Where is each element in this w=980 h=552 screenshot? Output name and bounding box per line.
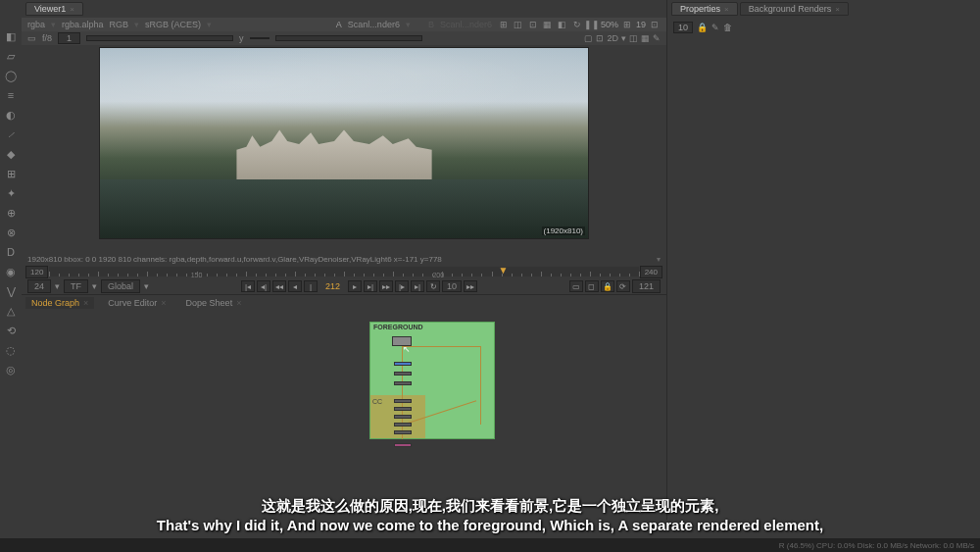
timeline-track[interactable]: 150 200 ▼: [49, 267, 639, 276]
pb-icon-1[interactable]: ▭: [569, 280, 583, 292]
viewer-area[interactable]: (1920x810): [22, 45, 666, 253]
status-bar: R (46.5%) CPU: 0.0% Disk: 0.0 MB/s Netwo…: [0, 538, 980, 552]
last-frame-button[interactable]: ▸|: [411, 280, 424, 292]
tool-5[interactable]: ⟋: [4, 127, 18, 141]
viewer-icon-5[interactable]: ◧: [557, 19, 568, 30]
tab-dope-sheet[interactable]: Dope Sheet×: [180, 297, 248, 309]
tool-2[interactable]: ◯: [4, 69, 18, 82]
input-a-dropdown[interactable]: Scanl...nder6: [348, 20, 400, 29]
next-key-button[interactable]: |▸: [395, 280, 409, 292]
tool-6[interactable]: ◆: [4, 147, 18, 161]
tool-13[interactable]: ⋁: [4, 284, 18, 298]
node-graph[interactable]: FOREGROUND CC ↖: [22, 310, 666, 520]
tool-1[interactable]: ▱: [4, 49, 18, 63]
timeline[interactable]: 120 150 200 ▼ 240: [22, 265, 666, 278]
viewer-icon-3[interactable]: ⊡: [527, 19, 539, 30]
play-back-button[interactable]: ◂◂: [272, 280, 286, 292]
node[interactable]: [394, 430, 412, 434]
tool-11[interactable]: D: [4, 245, 18, 259]
node[interactable]: [394, 362, 412, 366]
tab-nodegraph[interactable]: Node Graph×: [25, 297, 94, 309]
tool-9[interactable]: ⊕: [4, 206, 18, 220]
tab-bg-renders[interactable]: Background Renders×: [740, 2, 849, 16]
gamma-value[interactable]: [250, 37, 270, 39]
proxy-icon[interactable]: ⊡: [596, 33, 604, 43]
close-icon[interactable]: ×: [724, 5, 729, 14]
play-button[interactable]: ▸: [348, 280, 362, 292]
tool-12[interactable]: ◉: [4, 265, 18, 278]
tool-3[interactable]: ≡: [4, 88, 18, 102]
pb-icon-3[interactable]: ⟳: [616, 280, 630, 292]
node[interactable]: [394, 372, 412, 376]
tool-10[interactable]: ⊗: [4, 226, 18, 239]
tf-dropdown[interactable]: TF: [64, 279, 88, 293]
close-icon[interactable]: ×: [835, 5, 840, 14]
tool-17[interactable]: ◎: [4, 363, 18, 376]
props-count[interactable]: 10: [673, 22, 693, 33]
gain-slider[interactable]: [86, 35, 233, 41]
tool-16[interactable]: ◌: [4, 343, 18, 357]
node-output[interactable]: [394, 443, 412, 447]
layer-dropdown[interactable]: rgba.alpha: [62, 20, 104, 29]
current-frame[interactable]: 212: [319, 281, 346, 291]
viewer-icon-4[interactable]: ▦: [542, 19, 554, 30]
pause-icon[interactable]: ❚❚: [586, 19, 598, 30]
loop-button[interactable]: ↻: [426, 280, 440, 292]
step-fwd-button[interactable]: ▸|: [364, 280, 377, 292]
prev-frame-button[interactable]: |: [304, 280, 318, 292]
tab-curve-editor[interactable]: Curve Editor×: [102, 297, 172, 309]
viewer-icon-7[interactable]: ⊞: [621, 19, 633, 30]
tool-7[interactable]: ⊞: [4, 167, 18, 180]
viewer-icon-2[interactable]: ◫: [513, 19, 524, 30]
clip-icon[interactable]: ▭: [27, 33, 36, 43]
viewer-icon-8[interactable]: ⊡: [649, 19, 661, 30]
fps-dropdown[interactable]: 24: [27, 279, 51, 293]
roi-icon[interactable]: ▢: [584, 33, 593, 43]
viewer-canvas: (1920x810): [99, 47, 589, 239]
node[interactable]: [394, 423, 412, 427]
viewer-tab[interactable]: Viewer1 ×: [25, 2, 83, 16]
frame-end2[interactable]: 121: [632, 279, 661, 293]
tool-8[interactable]: ✦: [4, 186, 18, 200]
prev-key-button[interactable]: ◂|: [257, 280, 270, 292]
clear-icon[interactable]: ✎: [711, 23, 719, 32]
node[interactable]: [394, 415, 412, 419]
pb-icon-2[interactable]: ◻: [585, 280, 599, 292]
gamma-slider[interactable]: [275, 35, 422, 41]
channel-dropdown[interactable]: rgba: [27, 20, 45, 29]
fstop-label[interactable]: f/8: [42, 33, 52, 43]
frame-end[interactable]: 240: [640, 266, 662, 278]
zoom-value[interactable]: 50%: [601, 20, 618, 29]
lock-icon[interactable]: 🔒: [697, 23, 708, 32]
frame-start[interactable]: 120: [25, 266, 48, 278]
rgb-dropdown[interactable]: RGB: [110, 20, 129, 29]
node[interactable]: [394, 407, 412, 411]
inc-fwd-button[interactable]: ▸▸: [464, 280, 477, 292]
scope-dropdown[interactable]: Global: [101, 279, 140, 293]
node[interactable]: [394, 399, 412, 403]
viewer-icon-1[interactable]: ⊞: [498, 19, 510, 30]
trash-icon[interactable]: 🗑: [723, 23, 732, 32]
wipe-icon[interactable]: ◫: [629, 33, 638, 43]
first-frame-button[interactable]: |◂: [241, 280, 255, 292]
tab-properties[interactable]: Properties×: [671, 2, 738, 16]
play-fwd-button[interactable]: ▸▸: [379, 280, 393, 292]
close-icon[interactable]: ×: [70, 5, 74, 14]
tool-0[interactable]: ◧: [4, 29, 18, 43]
node[interactable]: [394, 381, 412, 385]
tool-15[interactable]: ⟲: [4, 324, 18, 337]
overlay-icon[interactable]: ▦: [641, 33, 650, 43]
tool-14[interactable]: △: [4, 304, 18, 318]
colorspace-dropdown[interactable]: sRGB (ACES): [145, 20, 201, 29]
inc-value[interactable]: 10: [442, 280, 462, 292]
playhead-icon[interactable]: ▼: [499, 265, 509, 276]
viewer-icon-6[interactable]: ↻: [571, 19, 583, 30]
backdrop-foreground[interactable]: FOREGROUND CC ↖: [369, 322, 495, 439]
edit-icon[interactable]: ✎: [653, 33, 661, 43]
input-b-dropdown[interactable]: Scanl...nder6: [440, 20, 492, 29]
step-back-button[interactable]: ◂: [288, 280, 302, 292]
2d-dropdown[interactable]: 2D: [607, 33, 618, 43]
lock-icon[interactable]: 🔒: [601, 280, 614, 292]
tool-4[interactable]: ◐: [4, 108, 18, 122]
fstop-value[interactable]: 1: [58, 32, 80, 44]
